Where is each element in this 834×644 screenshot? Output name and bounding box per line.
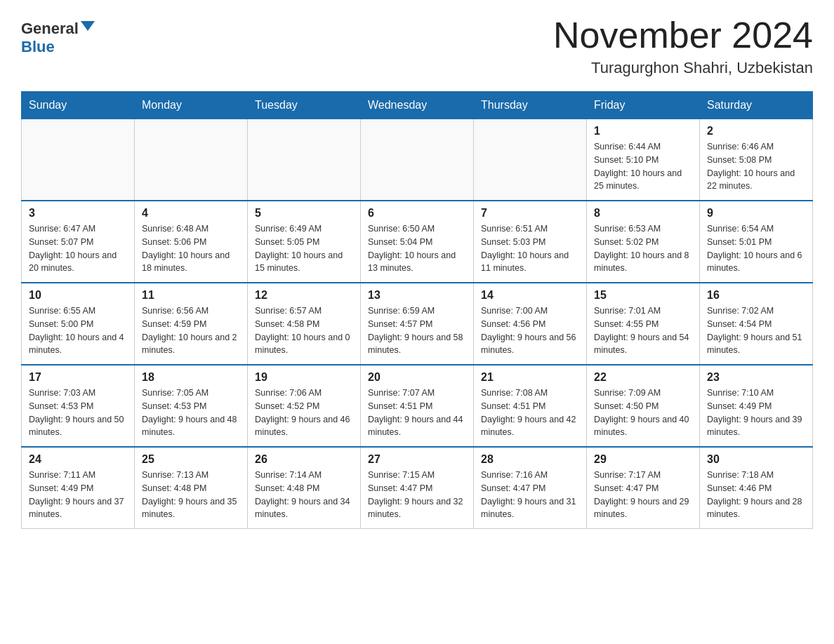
calendar-table: Sunday Monday Tuesday Wednesday Thursday… [21,91,813,529]
table-row: 7Sunrise: 6:51 AMSunset: 5:03 PMDaylight… [474,201,587,283]
day-number: 11 [142,289,240,302]
table-row: 29Sunrise: 7:17 AMSunset: 4:47 PMDayligh… [587,447,700,529]
day-info: Sunrise: 7:18 AMSunset: 4:46 PMDaylight:… [707,469,805,521]
day-info: Sunrise: 7:17 AMSunset: 4:47 PMDaylight:… [594,469,692,521]
day-info: Sunrise: 6:57 AMSunset: 4:58 PMDaylight:… [255,304,353,357]
day-info: Sunrise: 7:00 AMSunset: 4:56 PMDaylight:… [481,304,579,357]
col-monday: Monday [135,92,248,119]
day-info: Sunrise: 6:59 AMSunset: 4:57 PMDaylight:… [368,304,466,357]
day-number: 30 [707,453,805,466]
logo-triangle-icon [81,21,95,31]
day-info: Sunrise: 7:08 AMSunset: 4:51 PMDaylight:… [481,387,579,439]
logo-text-general: General [21,21,79,36]
day-number: 2 [707,125,805,137]
day-number: 19 [255,371,353,384]
day-number: 18 [142,371,240,384]
day-info: Sunrise: 6:49 AMSunset: 5:05 PMDaylight:… [255,222,353,275]
table-row: 15Sunrise: 7:01 AMSunset: 4:55 PMDayligh… [587,283,700,365]
day-info: Sunrise: 6:53 AMSunset: 5:02 PMDaylight:… [594,222,692,275]
table-row: 18Sunrise: 7:05 AMSunset: 4:53 PMDayligh… [135,365,248,447]
table-row: 28Sunrise: 7:16 AMSunset: 4:47 PMDayligh… [474,447,587,529]
col-tuesday: Tuesday [248,92,361,119]
day-info: Sunrise: 6:47 AMSunset: 5:07 PMDaylight:… [29,222,127,275]
day-info: Sunrise: 7:01 AMSunset: 4:55 PMDaylight:… [594,304,692,357]
table-row: 24Sunrise: 7:11 AMSunset: 4:49 PMDayligh… [22,447,135,529]
day-number: 23 [707,371,805,384]
table-row: 6Sunrise: 6:50 AMSunset: 5:04 PMDaylight… [361,201,474,283]
location-title: Turagurghon Shahri, Uzbekistan [553,59,813,77]
table-row: 11Sunrise: 6:56 AMSunset: 4:59 PMDayligh… [135,283,248,365]
col-thursday: Thursday [474,92,587,119]
day-number: 9 [707,207,805,220]
day-info: Sunrise: 7:14 AMSunset: 4:48 PMDaylight:… [255,469,353,521]
calendar-week-row: 1Sunrise: 6:44 AMSunset: 5:10 PMDaylight… [22,119,813,201]
table-row [135,119,248,201]
table-row: 3Sunrise: 6:47 AMSunset: 5:07 PMDaylight… [22,201,135,283]
table-row [248,119,361,201]
table-row: 23Sunrise: 7:10 AMSunset: 4:49 PMDayligh… [700,365,813,447]
day-number: 12 [255,289,353,302]
calendar-week-row: 24Sunrise: 7:11 AMSunset: 4:49 PMDayligh… [22,447,813,529]
table-row: 5Sunrise: 6:49 AMSunset: 5:05 PMDaylight… [248,201,361,283]
day-info: Sunrise: 7:09 AMSunset: 4:50 PMDaylight:… [594,387,692,439]
day-number: 5 [255,207,353,220]
table-row: 10Sunrise: 6:55 AMSunset: 5:00 PMDayligh… [22,283,135,365]
svg-marker-0 [81,21,95,31]
day-number: 21 [481,371,579,384]
table-row: 25Sunrise: 7:13 AMSunset: 4:48 PMDayligh… [135,447,248,529]
day-info: Sunrise: 7:05 AMSunset: 4:53 PMDaylight:… [142,387,240,439]
day-info: Sunrise: 6:50 AMSunset: 5:04 PMDaylight:… [368,222,466,275]
day-info: Sunrise: 7:11 AMSunset: 4:49 PMDaylight:… [29,469,127,521]
table-row: 27Sunrise: 7:15 AMSunset: 4:47 PMDayligh… [361,447,474,529]
table-row: 20Sunrise: 7:07 AMSunset: 4:51 PMDayligh… [361,365,474,447]
table-row: 22Sunrise: 7:09 AMSunset: 4:50 PMDayligh… [587,365,700,447]
day-info: Sunrise: 7:06 AMSunset: 4:52 PMDaylight:… [255,387,353,439]
day-info: Sunrise: 7:16 AMSunset: 4:47 PMDaylight:… [481,469,579,521]
day-number: 4 [142,207,240,220]
day-number: 16 [707,289,805,302]
day-number: 28 [481,453,579,466]
day-number: 3 [29,207,127,220]
col-saturday: Saturday [700,92,813,119]
day-info: Sunrise: 6:46 AMSunset: 5:08 PMDaylight:… [707,140,805,193]
day-number: 7 [481,207,579,220]
day-number: 8 [594,207,692,220]
col-sunday: Sunday [22,92,135,119]
table-row: 17Sunrise: 7:03 AMSunset: 4:53 PMDayligh… [22,365,135,447]
calendar-week-row: 17Sunrise: 7:03 AMSunset: 4:53 PMDayligh… [22,365,813,447]
day-number: 10 [29,289,127,302]
day-number: 6 [368,207,466,220]
table-row: 16Sunrise: 7:02 AMSunset: 4:54 PMDayligh… [700,283,813,365]
calendar-header-row: Sunday Monday Tuesday Wednesday Thursday… [22,92,813,119]
day-info: Sunrise: 7:02 AMSunset: 4:54 PMDaylight:… [707,304,805,357]
day-info: Sunrise: 6:54 AMSunset: 5:01 PMDaylight:… [707,222,805,275]
day-info: Sunrise: 7:07 AMSunset: 4:51 PMDaylight:… [368,387,466,439]
day-info: Sunrise: 6:55 AMSunset: 5:00 PMDaylight:… [29,304,127,357]
day-number: 25 [142,453,240,466]
day-number: 22 [594,371,692,384]
day-number: 29 [594,453,692,466]
day-number: 27 [368,453,466,466]
table-row: 1Sunrise: 6:44 AMSunset: 5:10 PMDaylight… [587,119,700,201]
day-number: 15 [594,289,692,302]
table-row: 30Sunrise: 7:18 AMSunset: 4:46 PMDayligh… [700,447,813,529]
day-number: 13 [368,289,466,302]
table-row: 12Sunrise: 6:57 AMSunset: 4:58 PMDayligh… [248,283,361,365]
day-info: Sunrise: 7:15 AMSunset: 4:47 PMDaylight:… [368,469,466,521]
table-row: 2Sunrise: 6:46 AMSunset: 5:08 PMDaylight… [700,119,813,201]
day-info: Sunrise: 6:48 AMSunset: 5:06 PMDaylight:… [142,222,240,275]
table-row [474,119,587,201]
month-title: November 2024 [553,14,813,56]
day-info: Sunrise: 7:03 AMSunset: 4:53 PMDaylight:… [29,387,127,439]
calendar-week-row: 10Sunrise: 6:55 AMSunset: 5:00 PMDayligh… [22,283,813,365]
table-row: 9Sunrise: 6:54 AMSunset: 5:01 PMDaylight… [700,201,813,283]
page-header: General Blue November 2024 Turagurghon S… [21,14,813,77]
table-row [361,119,474,201]
day-info: Sunrise: 6:44 AMSunset: 5:10 PMDaylight:… [594,140,692,193]
day-info: Sunrise: 7:13 AMSunset: 4:48 PMDaylight:… [142,469,240,521]
day-number: 20 [368,371,466,384]
table-row: 4Sunrise: 6:48 AMSunset: 5:06 PMDaylight… [135,201,248,283]
title-block: November 2024 Turagurghon Shahri, Uzbeki… [553,14,813,77]
day-number: 17 [29,371,127,384]
day-number: 14 [481,289,579,302]
